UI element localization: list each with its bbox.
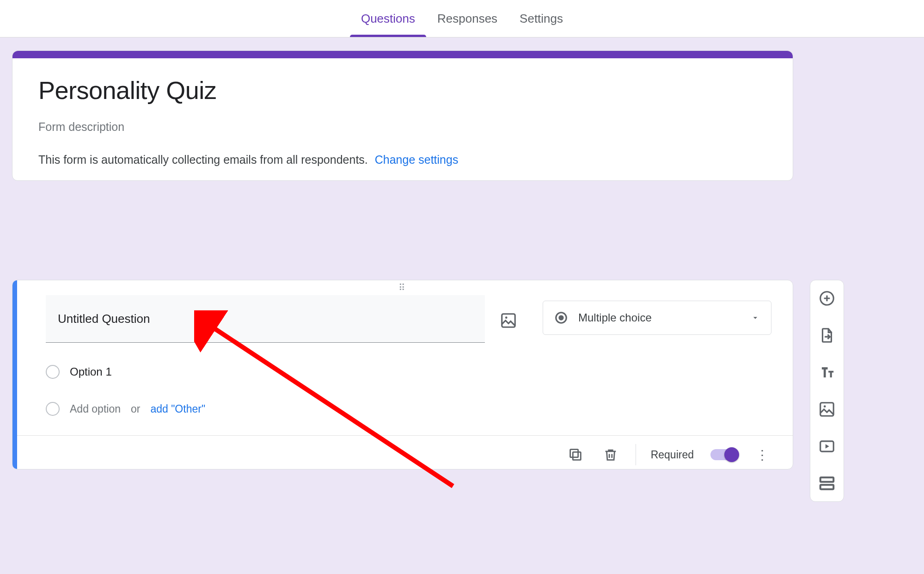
add-question-button[interactable] bbox=[818, 290, 836, 307]
question-type-label: Multiple choice bbox=[578, 311, 652, 324]
option-row[interactable]: Option 1 bbox=[46, 365, 759, 379]
delete-button[interactable] bbox=[600, 444, 621, 465]
svg-rect-5 bbox=[570, 450, 578, 457]
svg-rect-0 bbox=[502, 314, 515, 327]
add-title-button[interactable] bbox=[818, 364, 836, 381]
add-image-button[interactable] bbox=[818, 401, 836, 418]
footer-divider bbox=[636, 444, 636, 465]
tab-settings[interactable]: Settings bbox=[508, 12, 574, 37]
required-toggle[interactable] bbox=[710, 449, 738, 460]
more-options-button[interactable]: ⋮ bbox=[753, 447, 771, 463]
tab-questions[interactable]: Questions bbox=[350, 12, 426, 37]
radio-icon bbox=[46, 365, 60, 379]
add-option-button[interactable]: Add option bbox=[70, 403, 121, 415]
email-collection-text: This form is automatically collecting em… bbox=[38, 153, 368, 166]
svg-rect-4 bbox=[573, 452, 581, 460]
svg-rect-10 bbox=[820, 477, 834, 482]
question-active-indicator bbox=[12, 280, 17, 469]
form-title-input[interactable]: Personality Quiz bbox=[12, 58, 793, 105]
drag-handle-icon[interactable]: ⠿ bbox=[12, 280, 793, 295]
add-image-icon[interactable] bbox=[500, 312, 517, 329]
question-type-dropdown[interactable]: Multiple choice bbox=[543, 301, 771, 335]
radio-icon bbox=[46, 402, 60, 416]
svg-rect-7 bbox=[820, 403, 834, 416]
radio-checked-icon bbox=[554, 311, 568, 325]
email-collection-notice: This form is automatically collecting em… bbox=[12, 134, 793, 167]
add-video-button[interactable] bbox=[818, 438, 836, 455]
change-settings-link[interactable]: Change settings bbox=[375, 153, 459, 166]
form-header-card: Personality Quiz Form description This f… bbox=[12, 50, 793, 181]
svg-point-1 bbox=[505, 316, 508, 319]
import-questions-button[interactable] bbox=[818, 327, 836, 344]
add-other-link[interactable]: add "Other" bbox=[150, 403, 205, 415]
duplicate-button[interactable] bbox=[565, 444, 586, 465]
svg-point-3 bbox=[558, 315, 563, 320]
form-description-input[interactable]: Form description bbox=[12, 105, 793, 134]
chevron-down-icon bbox=[751, 313, 760, 322]
header-accent-bar bbox=[12, 51, 793, 58]
tab-responses[interactable]: Responses bbox=[426, 12, 508, 37]
add-section-button[interactable] bbox=[818, 475, 836, 492]
question-title-input[interactable] bbox=[46, 295, 485, 343]
svg-rect-11 bbox=[820, 485, 834, 489]
floating-toolbox bbox=[810, 280, 844, 502]
svg-point-8 bbox=[824, 405, 826, 407]
required-label: Required bbox=[651, 449, 694, 461]
question-card: ⠿ Multiple choice bbox=[12, 280, 793, 469]
tabbar: Questions Responses Settings bbox=[0, 0, 924, 37]
or-text: or bbox=[131, 403, 140, 415]
option-label[interactable]: Option 1 bbox=[70, 365, 112, 378]
